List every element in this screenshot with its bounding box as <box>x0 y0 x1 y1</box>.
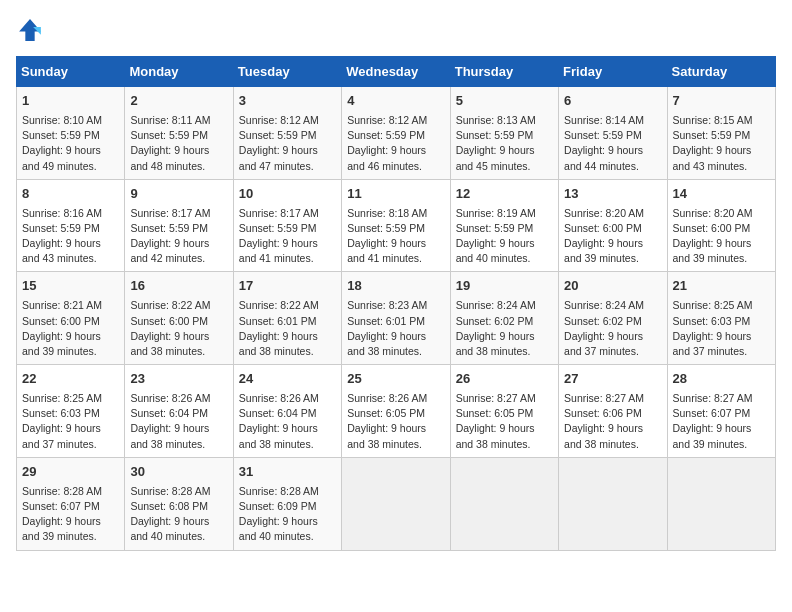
day-header-wednesday: Wednesday <box>342 57 450 87</box>
daylight-hours: Daylight: 9 hours and 45 minutes. <box>456 144 535 171</box>
sunset-time: Sunset: 5:59 PM <box>130 129 208 141</box>
day-number: 3 <box>239 92 336 111</box>
sunrise-time: Sunrise: 8:15 AM <box>673 114 753 126</box>
day-number: 30 <box>130 463 227 482</box>
day-number: 9 <box>130 185 227 204</box>
calendar-day-12: 12Sunrise: 8:19 AMSunset: 5:59 PMDayligh… <box>450 179 558 272</box>
calendar-day-10: 10Sunrise: 8:17 AMSunset: 5:59 PMDayligh… <box>233 179 341 272</box>
calendar-day-7: 7Sunrise: 8:15 AMSunset: 5:59 PMDaylight… <box>667 87 775 180</box>
sunrise-time: Sunrise: 8:22 AM <box>239 299 319 311</box>
sunset-time: Sunset: 5:59 PM <box>673 129 751 141</box>
calendar-day-23: 23Sunrise: 8:26 AMSunset: 6:04 PMDayligh… <box>125 365 233 458</box>
calendar-day-27: 27Sunrise: 8:27 AMSunset: 6:06 PMDayligh… <box>559 365 667 458</box>
daylight-hours: Daylight: 9 hours and 39 minutes. <box>673 237 752 264</box>
sunset-time: Sunset: 5:59 PM <box>239 129 317 141</box>
day-number: 26 <box>456 370 553 389</box>
day-header-saturday: Saturday <box>667 57 775 87</box>
day-number: 8 <box>22 185 119 204</box>
calendar-day-21: 21Sunrise: 8:25 AMSunset: 6:03 PMDayligh… <box>667 272 775 365</box>
sunset-time: Sunset: 6:06 PM <box>564 407 642 419</box>
sunset-time: Sunset: 6:00 PM <box>564 222 642 234</box>
sunset-time: Sunset: 5:59 PM <box>456 222 534 234</box>
page-header <box>16 16 776 44</box>
calendar-day-14: 14Sunrise: 8:20 AMSunset: 6:00 PMDayligh… <box>667 179 775 272</box>
sunrise-time: Sunrise: 8:21 AM <box>22 299 102 311</box>
sunrise-time: Sunrise: 8:10 AM <box>22 114 102 126</box>
sunset-time: Sunset: 5:59 PM <box>22 222 100 234</box>
sunrise-time: Sunrise: 8:16 AM <box>22 207 102 219</box>
daylight-hours: Daylight: 9 hours and 41 minutes. <box>239 237 318 264</box>
sunrise-time: Sunrise: 8:19 AM <box>456 207 536 219</box>
calendar-table: SundayMondayTuesdayWednesdayThursdayFrid… <box>16 56 776 551</box>
daylight-hours: Daylight: 9 hours and 40 minutes. <box>130 515 209 542</box>
day-number: 7 <box>673 92 770 111</box>
day-number: 31 <box>239 463 336 482</box>
sunrise-time: Sunrise: 8:28 AM <box>239 485 319 497</box>
day-number: 16 <box>130 277 227 296</box>
day-number: 15 <box>22 277 119 296</box>
sunrise-time: Sunrise: 8:27 AM <box>564 392 644 404</box>
calendar-day-1: 1Sunrise: 8:10 AMSunset: 5:59 PMDaylight… <box>17 87 125 180</box>
sunrise-time: Sunrise: 8:18 AM <box>347 207 427 219</box>
calendar-day-5: 5Sunrise: 8:13 AMSunset: 5:59 PMDaylight… <box>450 87 558 180</box>
calendar-day-13: 13Sunrise: 8:20 AMSunset: 6:00 PMDayligh… <box>559 179 667 272</box>
sunset-time: Sunset: 6:01 PM <box>347 315 425 327</box>
day-header-tuesday: Tuesday <box>233 57 341 87</box>
day-number: 21 <box>673 277 770 296</box>
sunrise-time: Sunrise: 8:25 AM <box>673 299 753 311</box>
sunset-time: Sunset: 5:59 PM <box>456 129 534 141</box>
empty-cell <box>342 457 450 550</box>
calendar-day-25: 25Sunrise: 8:26 AMSunset: 6:05 PMDayligh… <box>342 365 450 458</box>
empty-cell <box>667 457 775 550</box>
sunset-time: Sunset: 6:03 PM <box>22 407 100 419</box>
daylight-hours: Daylight: 9 hours and 42 minutes. <box>130 237 209 264</box>
calendar-day-26: 26Sunrise: 8:27 AMSunset: 6:05 PMDayligh… <box>450 365 558 458</box>
daylight-hours: Daylight: 9 hours and 38 minutes. <box>456 422 535 449</box>
sunrise-time: Sunrise: 8:22 AM <box>130 299 210 311</box>
sunrise-time: Sunrise: 8:27 AM <box>456 392 536 404</box>
calendar-day-29: 29Sunrise: 8:28 AMSunset: 6:07 PMDayligh… <box>17 457 125 550</box>
sunrise-time: Sunrise: 8:28 AM <box>130 485 210 497</box>
calendar-day-3: 3Sunrise: 8:12 AMSunset: 5:59 PMDaylight… <box>233 87 341 180</box>
daylight-hours: Daylight: 9 hours and 38 minutes. <box>130 422 209 449</box>
calendar-day-31: 31Sunrise: 8:28 AMSunset: 6:09 PMDayligh… <box>233 457 341 550</box>
day-number: 20 <box>564 277 661 296</box>
daylight-hours: Daylight: 9 hours and 38 minutes. <box>456 330 535 357</box>
sunrise-time: Sunrise: 8:11 AM <box>130 114 210 126</box>
calendar-day-15: 15Sunrise: 8:21 AMSunset: 6:00 PMDayligh… <box>17 272 125 365</box>
sunrise-time: Sunrise: 8:24 AM <box>564 299 644 311</box>
sunrise-time: Sunrise: 8:27 AM <box>673 392 753 404</box>
calendar-day-28: 28Sunrise: 8:27 AMSunset: 6:07 PMDayligh… <box>667 365 775 458</box>
calendar-day-22: 22Sunrise: 8:25 AMSunset: 6:03 PMDayligh… <box>17 365 125 458</box>
sunrise-time: Sunrise: 8:23 AM <box>347 299 427 311</box>
day-number: 18 <box>347 277 444 296</box>
calendar-day-18: 18Sunrise: 8:23 AMSunset: 6:01 PMDayligh… <box>342 272 450 365</box>
calendar-day-17: 17Sunrise: 8:22 AMSunset: 6:01 PMDayligh… <box>233 272 341 365</box>
sunset-time: Sunset: 5:59 PM <box>130 222 208 234</box>
sunrise-time: Sunrise: 8:26 AM <box>239 392 319 404</box>
sunset-time: Sunset: 6:05 PM <box>456 407 534 419</box>
day-number: 19 <box>456 277 553 296</box>
day-number: 24 <box>239 370 336 389</box>
calendar-week-4: 22Sunrise: 8:25 AMSunset: 6:03 PMDayligh… <box>17 365 776 458</box>
calendar-day-6: 6Sunrise: 8:14 AMSunset: 5:59 PMDaylight… <box>559 87 667 180</box>
daylight-hours: Daylight: 9 hours and 37 minutes. <box>673 330 752 357</box>
sunset-time: Sunset: 6:07 PM <box>673 407 751 419</box>
daylight-hours: Daylight: 9 hours and 43 minutes. <box>22 237 101 264</box>
sunrise-time: Sunrise: 8:12 AM <box>347 114 427 126</box>
day-number: 10 <box>239 185 336 204</box>
sunset-time: Sunset: 6:00 PM <box>673 222 751 234</box>
sunset-time: Sunset: 6:09 PM <box>239 500 317 512</box>
sunrise-time: Sunrise: 8:17 AM <box>239 207 319 219</box>
daylight-hours: Daylight: 9 hours and 38 minutes. <box>347 330 426 357</box>
day-number: 2 <box>130 92 227 111</box>
sunset-time: Sunset: 6:02 PM <box>456 315 534 327</box>
daylight-hours: Daylight: 9 hours and 43 minutes. <box>673 144 752 171</box>
day-number: 13 <box>564 185 661 204</box>
day-number: 17 <box>239 277 336 296</box>
sunset-time: Sunset: 5:59 PM <box>347 129 425 141</box>
sunset-time: Sunset: 6:01 PM <box>239 315 317 327</box>
sunrise-time: Sunrise: 8:20 AM <box>673 207 753 219</box>
logo-icon <box>16 16 44 44</box>
sunrise-time: Sunrise: 8:17 AM <box>130 207 210 219</box>
